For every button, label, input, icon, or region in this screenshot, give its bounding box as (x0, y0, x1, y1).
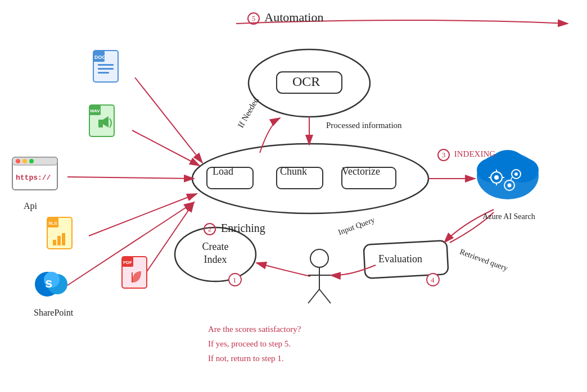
indexing-label: 3 INDEXING (437, 149, 495, 161)
svg-line-13 (308, 289, 319, 303)
load-label: Load (213, 166, 233, 177)
svg-point-15 (229, 274, 241, 286)
svg-point-32 (508, 184, 512, 188)
svg-line-14 (319, 289, 331, 303)
svg-text:XLS: XLS (48, 221, 57, 226)
svg-point-4 (192, 144, 428, 213)
url-icon: https:// (11, 156, 62, 202)
ocr-text: OCR (292, 74, 320, 89)
create-index-label: Create Index (184, 240, 246, 267)
svg-point-17 (427, 274, 439, 286)
step5-circle: 5 (247, 12, 260, 25)
sharepoint-icon: s (33, 265, 71, 306)
automation-label: 5 Automation (247, 10, 323, 25)
chunk-label: Chunk (280, 166, 307, 177)
if-needed-label: If Needed (236, 96, 261, 130)
svg-text:4: 4 (431, 276, 435, 284)
svg-point-49 (29, 159, 34, 163)
pdf-icon: PDF (120, 256, 153, 297)
azure-search-label: Azure AI Search (472, 212, 545, 221)
input-query-label: Input Query (337, 216, 376, 237)
scores-question: Are the scores satisfactory? (208, 325, 301, 334)
svg-rect-55 (57, 236, 61, 245)
no-question: If not, return to step 1. (208, 354, 284, 363)
yes-question: If yes, proceed to step 5. (208, 339, 291, 349)
svg-rect-38 (98, 68, 114, 70)
svg-text:1: 1 (233, 276, 237, 284)
svg-text:https://: https:// (16, 174, 51, 182)
svg-point-30 (514, 172, 518, 176)
step3-circle: 3 (437, 149, 450, 161)
xls-icon: XLS (45, 216, 79, 259)
diagram-container: 1 4 (0, 0, 587, 392)
sharepoint-label: SharePoint (34, 308, 73, 318)
doc-icon: DOC (91, 49, 125, 92)
enriching-label: 2 Enriching (204, 222, 265, 235)
evaluation-label: Evaluation (378, 253, 422, 265)
svg-text:PDF: PDF (123, 260, 132, 265)
svg-point-24 (494, 175, 499, 180)
svg-rect-37 (98, 64, 114, 66)
svg-rect-39 (98, 72, 109, 74)
processed-info-label: Processed information (326, 121, 402, 130)
svg-point-48 (22, 159, 27, 163)
api-label: Api (24, 201, 37, 211)
svg-rect-56 (62, 233, 65, 245)
step2-circle: 2 (204, 223, 216, 235)
svg-text:s: s (45, 275, 52, 290)
svg-text:WAV: WAV (90, 108, 100, 113)
svg-point-10 (310, 249, 328, 267)
wav-icon: WAV (87, 104, 122, 147)
svg-rect-43 (98, 120, 103, 127)
svg-rect-54 (53, 240, 56, 245)
retrieved-query-label: Retrieved query (458, 247, 509, 273)
vectorize-label: Vectorize (342, 166, 380, 177)
svg-text:DOC: DOC (94, 54, 106, 60)
svg-point-47 (16, 159, 20, 163)
